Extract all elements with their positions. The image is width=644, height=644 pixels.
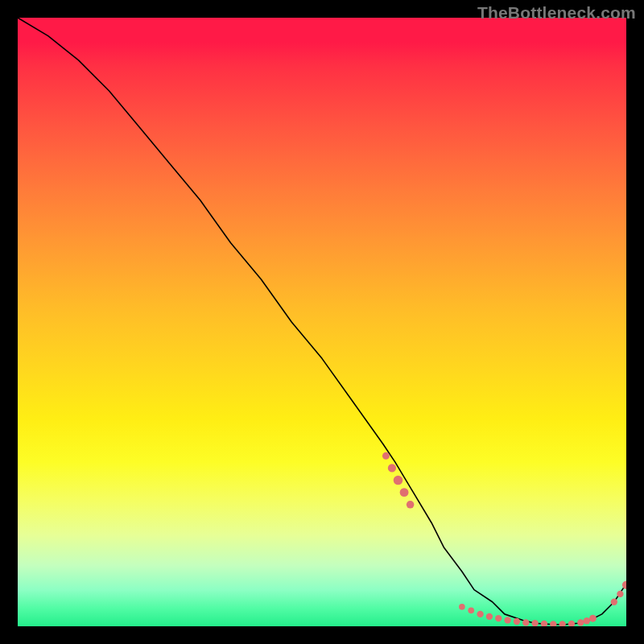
plot-area <box>18 18 626 626</box>
data-point <box>584 617 590 624</box>
data-point <box>522 619 529 625</box>
data-point <box>459 604 465 610</box>
watermark-label: TheBottleneck.com <box>477 3 636 23</box>
data-points <box>382 452 626 626</box>
data-point <box>531 620 538 626</box>
data-point <box>541 621 547 626</box>
data-point <box>550 621 556 626</box>
data-point <box>559 621 565 626</box>
data-point <box>611 599 617 605</box>
data-point <box>504 617 510 623</box>
bottleneck-curve <box>18 18 626 625</box>
data-point <box>514 618 520 625</box>
data-point <box>400 488 409 497</box>
data-point <box>468 608 474 614</box>
data-point <box>495 615 502 621</box>
data-point <box>486 613 493 620</box>
chart-stage: TheBottleneck.com <box>0 0 644 644</box>
data-point <box>388 464 396 472</box>
data-point <box>589 615 597 622</box>
data-point <box>394 476 403 485</box>
chart-svg <box>18 18 626 626</box>
data-point <box>477 611 483 617</box>
data-point <box>617 591 623 597</box>
data-point <box>577 619 584 625</box>
data-point <box>382 452 390 460</box>
data-point <box>407 501 415 509</box>
data-point <box>568 621 575 626</box>
